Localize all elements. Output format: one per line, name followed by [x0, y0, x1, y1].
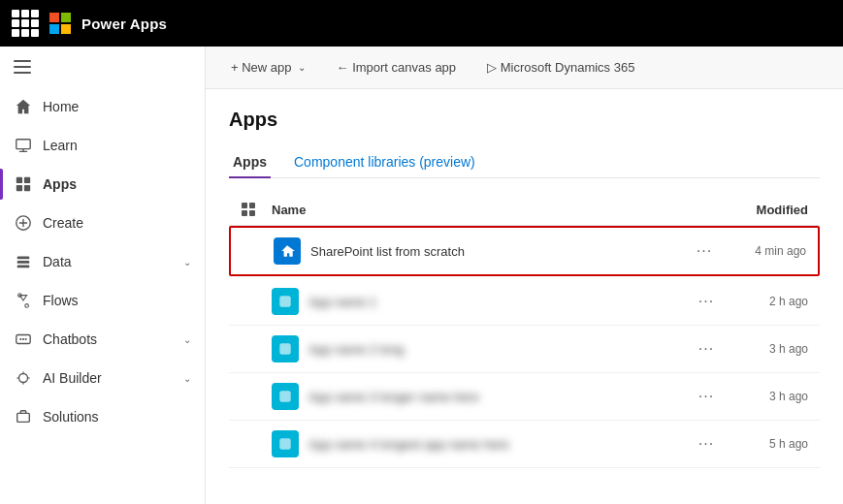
svg-rect-18	[17, 413, 30, 422]
sidebar-item-solutions-label: Solutions	[43, 409, 191, 425]
sidebar-item-learn-label: Learn	[43, 138, 191, 153]
solutions-icon	[14, 407, 33, 426]
svg-rect-10	[17, 257, 30, 260]
main-content: + New app ⌄ ← Import canvas app ▷ Micros…	[206, 47, 843, 504]
svg-rect-6	[24, 177, 30, 183]
tabs: Apps Component libraries (preview)	[229, 146, 820, 178]
data-icon	[14, 252, 33, 271]
app-title: Power Apps	[81, 16, 167, 32]
table-row[interactable]: App name 3 longer name here ··· 3 h ago	[229, 373, 820, 421]
sidebar-item-create-label: Create	[43, 215, 191, 231]
svg-rect-12	[17, 266, 30, 268]
svg-rect-23	[279, 296, 290, 306]
import-canvas-button[interactable]: ← Import canvas app	[331, 56, 463, 79]
row4-app-icon	[272, 383, 299, 410]
row1-more-button[interactable]: ···	[690, 242, 719, 260]
table-row[interactable]: App name 1 ··· 2 h ago	[229, 278, 820, 326]
create-icon	[14, 213, 33, 233]
sidebar-item-ai-builder[interactable]: AI Builder ⌄	[0, 359, 205, 397]
apps-table: Name Modified SharePoint list from scrat…	[229, 194, 820, 468]
svg-point-16	[25, 338, 27, 340]
new-app-chevron: ⌄	[298, 62, 306, 73]
new-app-label: + New app	[231, 60, 292, 75]
row3-modified: 3 h ago	[721, 342, 808, 356]
sidebar-item-data-label: Data	[43, 254, 174, 269]
sidebar-item-home-label: Home	[43, 99, 191, 114]
chatbots-chevron-icon: ⌄	[183, 334, 191, 345]
row2-app-icon	[272, 288, 299, 315]
import-canvas-label: ← Import canvas app	[337, 60, 457, 75]
svg-rect-20	[249, 203, 255, 208]
sidebar-item-flows-label: Flows	[43, 293, 191, 308]
row4-more-button[interactable]: ···	[692, 388, 721, 405]
svg-rect-11	[17, 261, 30, 264]
dynamics-button[interactable]: ▷ Microsoft Dynamics 365	[481, 56, 640, 79]
sidebar-item-home[interactable]: Home	[0, 87, 205, 126]
svg-rect-3	[61, 24, 71, 34]
tab-apps[interactable]: Apps	[229, 146, 271, 177]
data-chevron-icon: ⌄	[183, 257, 191, 268]
grid-header-icon	[241, 202, 256, 217]
sidebar-item-chatbots-label: Chatbots	[43, 331, 174, 347]
svg-rect-1	[61, 13, 71, 22]
svg-point-17	[19, 374, 28, 383]
table-check-col	[241, 202, 272, 217]
table-row[interactable]: SharePoint list from scratch ··· 4 min a…	[229, 226, 820, 276]
page-content-area: Apps Apps Component libraries (preview)	[206, 89, 843, 504]
svg-rect-21	[242, 210, 247, 216]
row1-name: SharePoint list from scratch	[310, 244, 690, 259]
tab-component-libraries[interactable]: Component libraries (preview)	[290, 146, 479, 177]
sidebar-item-chatbots[interactable]: Chatbots ⌄	[0, 320, 205, 359]
sidebar-item-create[interactable]: Create	[0, 204, 205, 242]
chatbots-icon	[14, 330, 33, 349]
sidebar-item-flows[interactable]: Flows	[0, 281, 205, 320]
row5-more-button[interactable]: ···	[692, 435, 721, 453]
sidebar-item-apps-label: Apps	[43, 176, 191, 192]
microsoft-logo	[49, 12, 72, 35]
row5-app-icon	[272, 430, 299, 457]
row3-more-button[interactable]: ···	[692, 340, 721, 358]
row1-app-icon	[274, 237, 301, 265]
row5-modified: 5 h ago	[721, 437, 808, 451]
svg-rect-0	[49, 13, 59, 22]
sidebar-item-solutions[interactable]: Solutions	[0, 397, 205, 436]
table-row[interactable]: App name 4 longest app name here ··· 5 h…	[229, 421, 820, 468]
home-icon	[14, 97, 33, 116]
row2-more-button[interactable]: ···	[692, 293, 721, 310]
table-row[interactable]: App name 2 long ··· 3 h ago	[229, 326, 820, 373]
svg-rect-19	[242, 203, 247, 208]
page-title: Apps	[229, 109, 820, 131]
waffle-menu[interactable]	[12, 10, 39, 37]
sidebar-item-data[interactable]: Data ⌄	[0, 242, 205, 281]
svg-rect-8	[24, 185, 30, 191]
svg-rect-25	[279, 391, 290, 401]
row5-name: App name 4 longest app name here	[308, 437, 692, 452]
learn-icon	[14, 136, 33, 155]
row4-modified: 3 h ago	[721, 390, 808, 403]
sidebar-item-apps[interactable]: Apps	[0, 165, 205, 204]
dynamics-label: ▷ Microsoft Dynamics 365	[487, 60, 634, 75]
svg-rect-4	[16, 140, 30, 149]
ai-icon	[14, 368, 33, 388]
svg-point-15	[22, 338, 24, 340]
sidebar-item-learn[interactable]: Learn	[0, 126, 205, 165]
sidebar-item-ai-builder-label: AI Builder	[43, 370, 174, 386]
row3-app-icon	[272, 335, 299, 362]
topbar: Power Apps	[0, 0, 843, 47]
svg-rect-5	[16, 177, 22, 183]
svg-point-14	[19, 338, 21, 340]
svg-rect-24	[279, 343, 290, 354]
row3-name: App name 2 long	[308, 342, 692, 357]
svg-rect-22	[249, 210, 255, 216]
row4-name: App name 3 longer name here	[308, 390, 692, 404]
modified-column-header: Modified	[692, 203, 808, 217]
table-header: Name Modified	[229, 194, 820, 226]
name-column-header: Name	[272, 203, 692, 217]
svg-rect-26	[279, 438, 290, 449]
apps-icon	[14, 174, 33, 194]
hamburger-icon	[14, 60, 31, 74]
row2-modified: 2 h ago	[721, 295, 808, 308]
new-app-button[interactable]: + New app ⌄	[225, 56, 311, 79]
hamburger-button[interactable]	[0, 50, 205, 83]
row1-modified: 4 min ago	[719, 244, 806, 258]
